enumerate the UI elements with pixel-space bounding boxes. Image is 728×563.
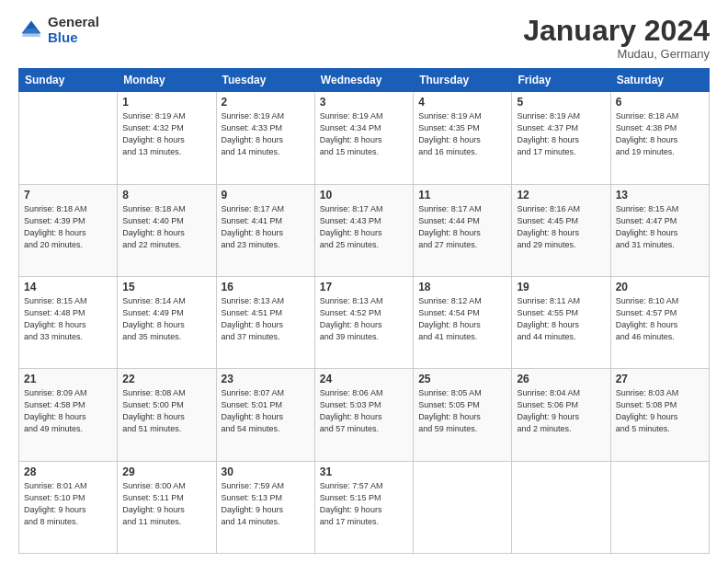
logo-icon [18, 17, 44, 43]
table-row: 29Sunrise: 8:00 AM Sunset: 5:11 PM Dayli… [118, 461, 216, 553]
header: General Blue January 2024 Mudau, Germany [18, 15, 710, 61]
table-row: 17Sunrise: 8:13 AM Sunset: 4:52 PM Dayli… [314, 276, 413, 368]
day-info: Sunrise: 8:08 AM Sunset: 5:00 PM Dayligh… [122, 387, 210, 435]
logo-text: General Blue [48, 15, 99, 45]
day-number: 16 [222, 281, 310, 293]
day-info: Sunrise: 7:57 AM Sunset: 5:15 PM Dayligh… [320, 480, 408, 528]
title-block: January 2024 Mudau, Germany [523, 15, 710, 61]
day-info: Sunrise: 8:18 AM Sunset: 4:38 PM Dayligh… [616, 110, 704, 158]
table-row: 15Sunrise: 8:14 AM Sunset: 4:49 PM Dayli… [118, 276, 216, 368]
day-number: 6 [616, 96, 704, 109]
col-saturday: Saturday [610, 69, 709, 92]
day-info: Sunrise: 8:19 AM Sunset: 4:35 PM Dayligh… [418, 110, 506, 158]
day-info: Sunrise: 8:12 AM Sunset: 4:54 PM Dayligh… [418, 295, 506, 343]
table-row: 22Sunrise: 8:08 AM Sunset: 5:00 PM Dayli… [118, 369, 216, 461]
day-number: 10 [320, 189, 408, 201]
day-number: 1 [122, 96, 210, 109]
table-row: 23Sunrise: 8:07 AM Sunset: 5:01 PM Dayli… [216, 369, 314, 461]
day-number: 3 [320, 96, 408, 109]
table-row: 3Sunrise: 8:19 AM Sunset: 4:34 PM Daylig… [314, 92, 413, 184]
day-number: 14 [24, 281, 112, 293]
logo-blue-text: Blue [48, 30, 99, 46]
table-row: 7Sunrise: 8:18 AM Sunset: 4:39 PM Daylig… [19, 184, 118, 276]
table-row [19, 92, 118, 184]
day-number: 18 [418, 281, 506, 293]
table-row: 14Sunrise: 8:15 AM Sunset: 4:48 PM Dayli… [19, 276, 118, 368]
table-row [610, 461, 709, 553]
day-info: Sunrise: 8:04 AM Sunset: 5:06 PM Dayligh… [517, 387, 605, 435]
day-number: 20 [616, 281, 704, 293]
table-row: 25Sunrise: 8:05 AM Sunset: 5:05 PM Dayli… [414, 369, 512, 461]
day-info: Sunrise: 8:01 AM Sunset: 5:10 PM Dayligh… [24, 480, 112, 528]
page: General Blue January 2024 Mudau, Germany… [0, 0, 728, 563]
table-row: 20Sunrise: 8:10 AM Sunset: 4:57 PM Dayli… [610, 276, 709, 368]
table-row: 5Sunrise: 8:19 AM Sunset: 4:37 PM Daylig… [512, 92, 610, 184]
month-title: January 2024 [523, 15, 710, 47]
col-tuesday: Tuesday [216, 69, 314, 92]
day-info: Sunrise: 8:13 AM Sunset: 4:52 PM Dayligh… [320, 295, 408, 343]
day-number: 22 [122, 373, 210, 385]
day-number: 31 [320, 465, 408, 478]
col-thursday: Thursday [414, 69, 512, 92]
day-info: Sunrise: 7:59 AM Sunset: 5:13 PM Dayligh… [222, 480, 310, 528]
day-number: 2 [222, 96, 310, 109]
table-row: 9Sunrise: 8:17 AM Sunset: 4:41 PM Daylig… [216, 184, 314, 276]
day-number: 21 [24, 373, 112, 385]
table-row: 18Sunrise: 8:12 AM Sunset: 4:54 PM Dayli… [414, 276, 512, 368]
col-monday: Monday [118, 69, 216, 92]
day-info: Sunrise: 8:11 AM Sunset: 4:55 PM Dayligh… [517, 295, 605, 343]
day-number: 12 [517, 189, 605, 201]
day-number: 9 [222, 189, 310, 201]
day-info: Sunrise: 8:03 AM Sunset: 5:08 PM Dayligh… [616, 387, 704, 435]
table-row: 2Sunrise: 8:19 AM Sunset: 4:33 PM Daylig… [216, 92, 314, 184]
table-row: 8Sunrise: 8:18 AM Sunset: 4:40 PM Daylig… [118, 184, 216, 276]
day-info: Sunrise: 8:07 AM Sunset: 5:01 PM Dayligh… [222, 387, 310, 435]
logo: General Blue [18, 15, 99, 45]
day-info: Sunrise: 8:16 AM Sunset: 4:45 PM Dayligh… [517, 203, 605, 251]
day-number: 28 [24, 465, 112, 478]
table-row: 16Sunrise: 8:13 AM Sunset: 4:51 PM Dayli… [216, 276, 314, 368]
day-info: Sunrise: 8:19 AM Sunset: 4:32 PM Dayligh… [122, 110, 210, 158]
day-number: 29 [122, 465, 210, 478]
table-row: 6Sunrise: 8:18 AM Sunset: 4:38 PM Daylig… [610, 92, 709, 184]
table-row: 11Sunrise: 8:17 AM Sunset: 4:44 PM Dayli… [414, 184, 512, 276]
day-number: 23 [222, 373, 310, 385]
col-sunday: Sunday [19, 69, 118, 92]
day-info: Sunrise: 8:17 AM Sunset: 4:41 PM Dayligh… [222, 203, 310, 251]
table-row: 19Sunrise: 8:11 AM Sunset: 4:55 PM Dayli… [512, 276, 610, 368]
day-number: 30 [222, 465, 310, 478]
table-row: 31Sunrise: 7:57 AM Sunset: 5:15 PM Dayli… [314, 461, 413, 553]
table-row: 26Sunrise: 8:04 AM Sunset: 5:06 PM Dayli… [512, 369, 610, 461]
table-row: 30Sunrise: 7:59 AM Sunset: 5:13 PM Dayli… [216, 461, 314, 553]
location-subtitle: Mudau, Germany [523, 47, 710, 61]
day-number: 8 [122, 189, 210, 201]
day-number: 5 [517, 96, 605, 109]
day-info: Sunrise: 8:10 AM Sunset: 4:57 PM Dayligh… [616, 295, 704, 343]
table-row: 24Sunrise: 8:06 AM Sunset: 5:03 PM Dayli… [314, 369, 413, 461]
day-info: Sunrise: 8:06 AM Sunset: 5:03 PM Dayligh… [320, 387, 408, 435]
day-info: Sunrise: 8:15 AM Sunset: 4:47 PM Dayligh… [616, 203, 704, 251]
day-number: 24 [320, 373, 408, 385]
day-info: Sunrise: 8:00 AM Sunset: 5:11 PM Dayligh… [122, 480, 210, 528]
day-info: Sunrise: 8:13 AM Sunset: 4:51 PM Dayligh… [222, 295, 310, 343]
day-number: 11 [418, 189, 506, 201]
day-number: 15 [122, 281, 210, 293]
table-row: 27Sunrise: 8:03 AM Sunset: 5:08 PM Dayli… [610, 369, 709, 461]
col-wednesday: Wednesday [314, 69, 413, 92]
day-info: Sunrise: 8:19 AM Sunset: 4:34 PM Dayligh… [320, 110, 408, 158]
calendar-header-row: Sunday Monday Tuesday Wednesday Thursday… [19, 69, 710, 92]
day-number: 4 [418, 96, 506, 109]
day-number: 13 [616, 189, 704, 201]
table-row: 12Sunrise: 8:16 AM Sunset: 4:45 PM Dayli… [512, 184, 610, 276]
table-row: 1Sunrise: 8:19 AM Sunset: 4:32 PM Daylig… [118, 92, 216, 184]
day-number: 17 [320, 281, 408, 293]
table-row: 13Sunrise: 8:15 AM Sunset: 4:47 PM Dayli… [610, 184, 709, 276]
day-number: 27 [616, 373, 704, 385]
day-info: Sunrise: 8:09 AM Sunset: 4:58 PM Dayligh… [24, 387, 112, 435]
calendar-table: Sunday Monday Tuesday Wednesday Thursday… [18, 68, 710, 554]
day-number: 19 [517, 281, 605, 293]
table-row [414, 461, 512, 553]
day-info: Sunrise: 8:15 AM Sunset: 4:48 PM Dayligh… [24, 295, 112, 343]
day-info: Sunrise: 8:18 AM Sunset: 4:40 PM Dayligh… [122, 203, 210, 251]
table-row: 10Sunrise: 8:17 AM Sunset: 4:43 PM Dayli… [314, 184, 413, 276]
